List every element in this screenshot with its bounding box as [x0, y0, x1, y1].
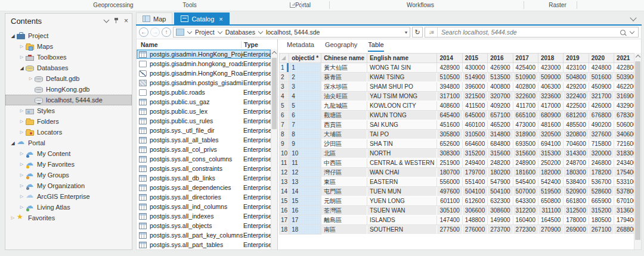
- cell-year-value[interactable]: 312500: [564, 206, 589, 216]
- cell-year-value[interactable]: 665900: [589, 196, 614, 206]
- expand-arrow-icon[interactable]: ▷: [18, 151, 26, 156]
- cell-year-value[interactable]: 678300: [614, 111, 634, 120]
- cell-year-value[interactable]: 556000: [437, 177, 462, 187]
- cell-year-value[interactable]: 650800: [538, 196, 563, 206]
- cell-year-value[interactable]: 451600: [437, 120, 462, 130]
- cell-year-value[interactable]: 311100: [538, 206, 563, 216]
- refresh-button[interactable]: ↻: [412, 27, 423, 38]
- cell-english-name[interactable]: KWAI TSING: [367, 73, 437, 82]
- cell-year-value[interactable]: 497600: [437, 187, 462, 196]
- tree-item-toolboxes[interactable]: ▷Toolboxes: [5, 52, 132, 63]
- cell-year-value[interactable]: 715800: [589, 139, 614, 149]
- cell-year-value[interactable]: 551400: [462, 177, 487, 187]
- table-row[interactable]: 11黃大仙區WONG TAI SIN4289004300004269004254…: [280, 63, 634, 73]
- tree-item-portal[interactable]: ◢Portal: [5, 138, 132, 148]
- tree-item-styles[interactable]: ▷Styles: [5, 105, 132, 116]
- cell-year-value[interactable]: 417000: [538, 101, 563, 111]
- tab-geography[interactable]: Geography: [325, 39, 357, 52]
- table-row[interactable]: 99沙田區SHA TIN6526006646006848006935006941…: [280, 139, 634, 149]
- row-number[interactable]: 18: [280, 225, 289, 235]
- cell-chinese-name[interactable]: 南區: [321, 225, 367, 235]
- list-item-postgis-public-us-gaz[interactable]: postgis.public.us_gazEnterprise: [137, 97, 271, 107]
- expand-arrow-icon[interactable]: ▷: [18, 183, 26, 188]
- table-row[interactable]: 1515元朗區YUEN LONG601100612600632300643300…: [280, 196, 634, 206]
- tab-catalog[interactable]: Catalog ×: [174, 13, 229, 24]
- cell-year-value[interactable]: 317100: [437, 92, 462, 101]
- row-number[interactable]: 15: [280, 196, 289, 206]
- cell-year-value[interactable]: 251900: [437, 158, 462, 168]
- breadcrumb-databases[interactable]: Databases: [225, 29, 255, 36]
- cell-year-value[interactable]: 175400: [614, 168, 634, 177]
- close-icon[interactable]: ×: [124, 18, 128, 24]
- cell-year-value[interactable]: 428900: [437, 63, 462, 73]
- list-item-postgis-sys-all-indexes[interactable]: postgis.sys.all_indexesEnterprise: [137, 211, 271, 221]
- cell-year-value[interactable]: 503900: [614, 73, 634, 82]
- row-number[interactable]: 5: [280, 101, 289, 111]
- cell-year-value[interactable]: 409200: [488, 101, 513, 111]
- breadcrumb-connection[interactable]: localhost, 5444.sde: [266, 29, 320, 36]
- expand-arrow-icon[interactable]: ▷: [18, 108, 26, 113]
- cell-chinese-name[interactable]: 深水埗區: [321, 82, 367, 92]
- cell-chinese-name[interactable]: 北區: [321, 149, 367, 158]
- cell-english-name[interactable]: YUEN LONG: [367, 196, 437, 206]
- cell-chinese-name[interactable]: 荃灣區: [321, 206, 367, 216]
- cell-year-value[interactable]: 272300: [513, 225, 538, 235]
- column-header-chinese-name[interactable]: Chinese name: [321, 54, 367, 63]
- cell-english-name[interactable]: KWUN TONG: [367, 111, 437, 120]
- cell-year-value[interactable]: 506000: [614, 120, 634, 130]
- list-item-postgis-sys-all-cons-columns[interactable]: postgis.sys.all_cons_columnsEnterprise: [137, 154, 271, 164]
- cell-english-name[interactable]: TUEN MUN: [367, 187, 437, 196]
- table-row[interactable]: 44油尖旺區YAU TSIM MONG317100321500320700322…: [280, 92, 634, 101]
- cell-year-value[interactable]: 490200: [589, 120, 614, 130]
- list-item-postgis-sys-all-db-links[interactable]: postgis.sys.all_db_linksEnterprise: [137, 173, 271, 183]
- cell-year-value[interactable]: 422500: [564, 101, 589, 111]
- cell-year-value[interactable]: 422800: [614, 63, 634, 73]
- cell-objectid[interactable]: 3: [289, 82, 321, 92]
- address-dropdown-icon[interactable]: ▾: [405, 30, 407, 35]
- cell-year-value[interactable]: 429200: [564, 82, 589, 92]
- row-number[interactable]: 8: [280, 130, 289, 139]
- cell-year-value[interactable]: 320500: [538, 130, 563, 139]
- cell-objectid[interactable]: 13: [289, 177, 321, 187]
- column-header-2014[interactable]: 2014: [437, 54, 462, 63]
- cell-year-value[interactable]: 276000: [462, 225, 487, 235]
- cell-year-value[interactable]: 148800: [462, 216, 487, 225]
- cell-year-value[interactable]: 160400: [513, 216, 538, 225]
- pane-menu-chevron-icon[interactable]: [104, 17, 110, 23]
- cell-objectid[interactable]: 10: [289, 149, 321, 158]
- table-row[interactable]: 55九龍城區KOWLOON CITY4086004115004092004117…: [280, 101, 634, 111]
- cell-year-value[interactable]: 320000: [589, 149, 614, 158]
- tree-item-my-groups[interactable]: ▷My Groups: [5, 170, 132, 180]
- cell-year-value[interactable]: 179400: [614, 216, 634, 225]
- expand-arrow-icon[interactable]: ▷: [18, 44, 26, 49]
- sort-icon[interactable]: ↓≡: [425, 27, 438, 37]
- scrollbar-thumb[interactable]: [272, 58, 277, 129]
- cell-year-value[interactable]: 514900: [462, 73, 487, 82]
- list-item-postgis-gisadmin-hongkong-roads[interactable]: postgis.gisadmin.hongkong_roadsEnterpris…: [137, 59, 271, 68]
- cell-year-value[interactable]: 180200: [488, 168, 513, 177]
- list-item-postgis-sys-all-part-key-columns[interactable]: postgis.sys.all_part_key_columnsEnterpri…: [137, 230, 271, 240]
- expand-arrow-icon[interactable]: ▷: [18, 162, 26, 167]
- cell-year-value[interactable]: 426000: [589, 101, 614, 111]
- column-header-2021[interactable]: 2021: [614, 54, 634, 63]
- column-header-2017[interactable]: 2017: [513, 54, 538, 63]
- cell-chinese-name[interactable]: 沙田區: [321, 139, 367, 149]
- cell-year-value[interactable]: 400800: [488, 82, 513, 92]
- cell-year-value[interactable]: 519500: [538, 187, 563, 196]
- cell-year-value[interactable]: 645000: [462, 111, 487, 120]
- table-row[interactable]: 1313東區EASTERN556000551400547900545400542…: [280, 177, 634, 187]
- tree-item-maps[interactable]: ▷Maps: [5, 41, 132, 52]
- collapse-arrow-icon[interactable]: ◢: [9, 141, 17, 146]
- list-item-postgis-public-us-lex[interactable]: postgis.public.us_lexEnterprise: [137, 107, 271, 116]
- pin-icon[interactable]: [114, 17, 119, 24]
- tree-item-project[interactable]: ◢Project: [5, 30, 132, 41]
- cell-year-value[interactable]: 693500: [513, 139, 538, 149]
- cell-year-value[interactable]: 676800: [589, 111, 614, 120]
- dialog-launcher-icon[interactable]: [290, 2, 295, 8]
- cell-year-value[interactable]: 321700: [589, 92, 614, 101]
- breadcrumb-project[interactable]: Project: [195, 29, 215, 36]
- cell-year-value[interactable]: 450900: [589, 82, 614, 92]
- cell-year-value[interactable]: 243400: [614, 158, 634, 168]
- select-all-corner[interactable]: [280, 54, 289, 63]
- cell-objectid[interactable]: 18: [289, 225, 321, 235]
